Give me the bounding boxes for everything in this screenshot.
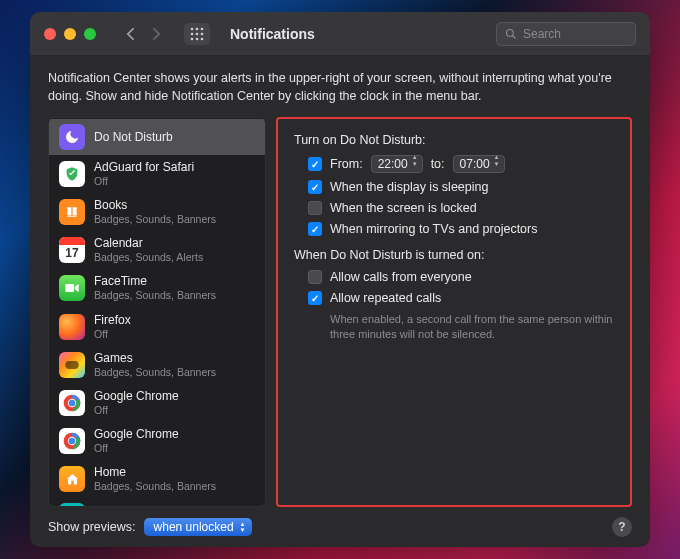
checkbox-locked[interactable] (308, 201, 322, 215)
search-placeholder: Search (523, 27, 561, 41)
app-sub: Badges, Sounds, Alerts (94, 251, 203, 264)
app-item-facetime[interactable]: FaceTime Badges, Sounds, Banners (49, 269, 265, 307)
svg-point-5 (201, 32, 204, 35)
app-name: Google Chrome (94, 389, 179, 404)
nav-arrows (120, 24, 166, 44)
app-item-do-not-disturb[interactable]: Do Not Disturb (49, 119, 265, 155)
checkbox-allow-repeated[interactable] (308, 291, 322, 305)
help-button[interactable]: ? (612, 517, 632, 537)
gamepad-icon (59, 352, 85, 378)
app-name: FaceTime (94, 274, 216, 289)
opt-allow-everyone[interactable]: Allow calls from everyone (308, 270, 614, 284)
app-item-home[interactable]: Home Badges, Sounds, Banners (49, 460, 265, 498)
to-label: to: (431, 157, 445, 171)
previews-dropdown[interactable]: when unlocked ▲▼ (144, 518, 252, 536)
from-label: From: (330, 157, 363, 171)
app-list[interactable]: Do Not Disturb AdGuard for Safari Off (48, 117, 266, 507)
svg-rect-12 (65, 361, 78, 369)
chevron-updown-icon: ▲▼ (240, 521, 246, 533)
app-name: Calendar (94, 236, 203, 251)
close-button[interactable] (44, 28, 56, 40)
checkbox-sleeping[interactable] (308, 180, 322, 194)
dnd-from-row: From: 22:00 ▲▼ to: 07:00 ▲▼ (308, 155, 614, 173)
app-item-chrome-2[interactable]: Google Chrome Off (49, 422, 265, 460)
footer-row: Show previews: when unlocked ▲▼ ? (48, 507, 632, 537)
app-item-calendar[interactable]: 17 Calendar Badges, Sounds, Alerts (49, 231, 265, 269)
svg-point-8 (201, 37, 204, 40)
app-sub: Off (94, 328, 131, 341)
show-all-button[interactable] (184, 23, 210, 45)
checkbox-schedule[interactable] (308, 157, 322, 171)
home-icon (59, 466, 85, 492)
svg-point-9 (507, 29, 514, 36)
app-sub: Badges, Sounds, Banners (94, 480, 216, 493)
video-icon (59, 275, 85, 301)
app-name: Do Not Disturb (94, 130, 173, 145)
window-title: Notifications (230, 26, 315, 42)
svg-line-10 (513, 35, 516, 38)
svg-point-18 (69, 438, 76, 445)
app-sub: Badges, Sounds, Banners (94, 366, 216, 379)
app-item-games[interactable]: Games Badges, Sounds, Banners (49, 346, 265, 384)
svg-point-15 (69, 399, 76, 406)
checkbox-allow-everyone[interactable] (308, 270, 322, 284)
dnd-on-heading: When Do Not Disturb is turned on: (294, 248, 614, 262)
app-name: AdGuard for Safari (94, 160, 194, 175)
app-sub: Off (94, 175, 194, 188)
app-sub: Badges, Sounds, Banners (94, 213, 216, 226)
app-sub: Off (94, 404, 179, 417)
app-name: Firefox (94, 313, 131, 328)
window-controls (44, 28, 96, 40)
repeated-calls-note: When enabled, a second call from the sam… (330, 312, 614, 342)
opt-screen-locked[interactable]: When the screen is locked (308, 201, 614, 215)
opt-display-sleeping[interactable]: When the display is sleeping (308, 180, 614, 194)
app-name: Games (94, 351, 216, 366)
description-text: Notification Center shows your alerts in… (48, 70, 632, 105)
app-item-books[interactable]: Books Badges, Sounds, Banners (49, 193, 265, 231)
shield-icon (59, 161, 85, 187)
titlebar: Notifications Search (30, 12, 650, 56)
svg-rect-11 (65, 284, 74, 292)
app-sub: Badges, Sounds, Banners (94, 289, 216, 302)
app-item-chrome-1[interactable]: Google Chrome Off (49, 384, 265, 422)
svg-point-4 (196, 32, 199, 35)
back-button[interactable] (120, 24, 140, 44)
svg-point-2 (201, 27, 204, 30)
calendar-icon: 17 (59, 237, 85, 263)
opt-mirroring[interactable]: When mirroring to TVs and projectors (308, 222, 614, 236)
dnd-settings-panel: Turn on Do Not Disturb: From: 22:00 ▲▼ t… (276, 117, 632, 507)
preferences-window: Notifications Search Notification Center… (30, 12, 650, 547)
app-sub: Off (94, 442, 179, 455)
previews-label: Show previews: (48, 520, 136, 534)
firefox-icon (59, 314, 85, 340)
chrome-icon (59, 390, 85, 416)
opt-allow-repeated[interactable]: Allow repeated calls (308, 291, 614, 305)
dnd-turn-on-heading: Turn on Do Not Disturb: (294, 133, 614, 147)
main-row: Do Not Disturb AdGuard for Safari Off (48, 117, 632, 507)
app-item-firefox[interactable]: Firefox Off (49, 308, 265, 346)
app-name: Google Chrome (94, 427, 179, 442)
app-item-adguard[interactable]: AdGuard for Safari Off (49, 155, 265, 193)
moon-icon (59, 124, 85, 150)
app-name: Books (94, 198, 216, 213)
checkbox-mirroring[interactable] (308, 222, 322, 236)
svg-point-7 (196, 37, 199, 40)
chrome-icon (59, 428, 85, 454)
svg-point-3 (191, 32, 194, 35)
stepper-icon[interactable]: ▲▼ (494, 157, 500, 171)
search-icon (505, 28, 517, 40)
stepper-icon[interactable]: ▲▼ (412, 157, 418, 171)
svg-point-0 (191, 27, 194, 30)
forward-button[interactable] (146, 24, 166, 44)
to-time-field[interactable]: 07:00 ▲▼ (453, 155, 505, 173)
app-name: Home (94, 465, 216, 480)
search-input[interactable]: Search (496, 22, 636, 46)
app-item-logitech[interactable]: Logitech Options Daemon (49, 498, 265, 507)
from-time-field[interactable]: 22:00 ▲▼ (371, 155, 423, 173)
minimize-button[interactable] (64, 28, 76, 40)
content-area: Notification Center shows your alerts in… (30, 56, 650, 547)
zoom-button[interactable] (84, 28, 96, 40)
svg-point-6 (191, 37, 194, 40)
svg-point-1 (196, 27, 199, 30)
book-icon (59, 199, 85, 225)
